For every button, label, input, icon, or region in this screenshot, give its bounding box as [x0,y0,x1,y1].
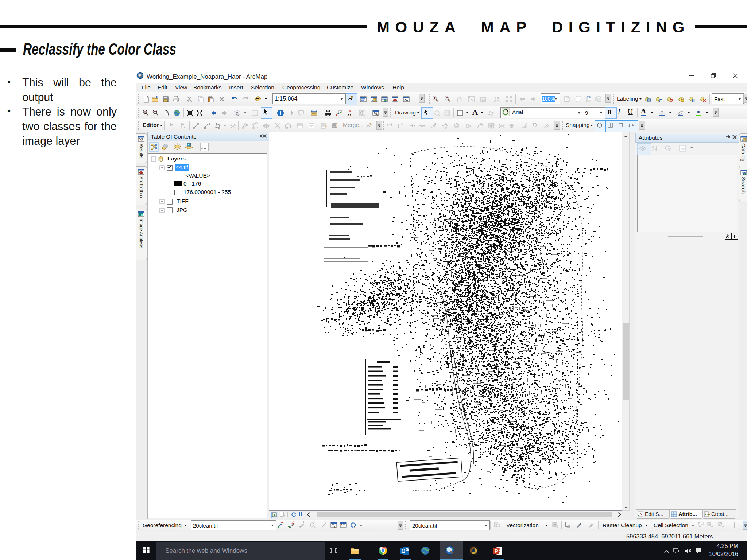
svg-text:XY: XY [347,113,352,117]
svg-text:+1: +1 [333,124,337,128]
svg-text:Z: Z [652,148,654,152]
svg-text:P: P [495,548,498,554]
svg-text:B: B [607,109,611,116]
svg-text:1:1: 1:1 [481,98,486,101]
svg-text:1: 1 [256,126,258,129]
